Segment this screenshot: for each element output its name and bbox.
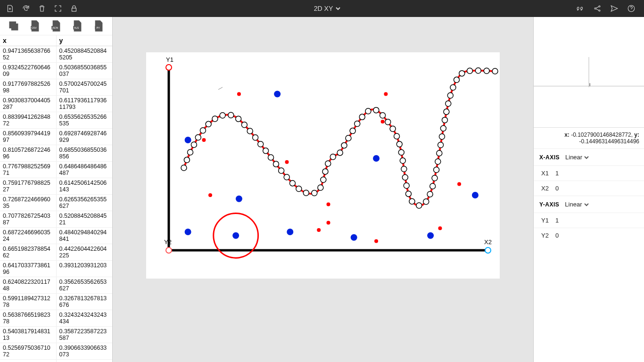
svg-point-2	[599, 6, 600, 7]
svg-point-66	[427, 191, 433, 197]
y2-handle[interactable]	[166, 247, 172, 253]
table-row[interactable]: 0.5638766519823780.3243243243243434	[0, 310, 112, 327]
svg-point-88	[208, 193, 212, 197]
x2-value: 0	[555, 185, 559, 192]
svg-point-21	[206, 121, 211, 127]
svg-point-106	[427, 232, 434, 239]
svg-point-40	[321, 177, 326, 182]
table-row[interactable]: 0.9177697882526980.5700245700245701	[0, 79, 112, 96]
header-x[interactable]: x	[0, 35, 56, 46]
table-row[interactable]: 0.90308370044052870.611793611793611793	[0, 96, 112, 112]
quote-icon[interactable]	[576, 4, 585, 13]
svg-point-23	[220, 113, 225, 118]
table-row[interactable]: 0.9471365638766520.45208845208845205	[0, 46, 112, 63]
coord-y-label: y:	[634, 132, 639, 138]
main-layout: CSV JSON XLS PY x y 0.9471365638766520.4…	[0, 17, 644, 362]
y1-handle[interactable]	[166, 65, 172, 70]
y1-row[interactable]: Y1 1	[534, 213, 644, 228]
export-py-icon[interactable]: PY	[92, 20, 105, 32]
table-row[interactable]: 0.7268722466960350.6265356265355627	[0, 195, 112, 211]
x1-row[interactable]: X1 1	[534, 165, 644, 181]
table-row[interactable]: 0.6417033773861960.3931203931203	[0, 261, 112, 277]
header-y[interactable]: y	[56, 35, 113, 46]
view-mode-label: 2D XY	[314, 5, 333, 12]
table-row[interactable]: 0.6240822320117480.3562653562653627	[0, 277, 112, 294]
svg-point-49	[359, 114, 365, 120]
svg-point-89	[285, 160, 289, 164]
delete-icon[interactable]	[38, 4, 46, 13]
x2-handle[interactable]	[485, 247, 491, 253]
svg-point-65	[423, 199, 429, 205]
fullscreen-icon[interactable]	[54, 4, 62, 13]
svg-point-85	[492, 68, 498, 74]
table-row[interactable]: 0.6651982378854620.4422604422604225	[0, 244, 112, 261]
table-row[interactable]: 0.5991189427312780.3267813267813676	[0, 294, 112, 310]
help-icon[interactable]	[627, 4, 636, 13]
refresh-icon[interactable]	[22, 4, 30, 13]
right-panel: x: -0.10279001468428772, y: -0.144963144…	[533, 17, 644, 362]
share-icon[interactable]	[593, 4, 602, 13]
svg-point-19	[195, 134, 201, 140]
svg-point-100	[274, 91, 281, 98]
y-axis-scale-select[interactable]: Linear	[565, 201, 588, 208]
svg-point-48	[355, 121, 360, 127]
plot-svg: Y1 Y2 X2	[146, 52, 500, 279]
svg-point-59	[401, 166, 407, 172]
table-row[interactable]: 0.8560939794419970.6928746928746929	[0, 129, 112, 145]
table-row[interactable]: 0.9324522760646090.5036855036855037	[0, 63, 112, 79]
svg-point-44	[337, 150, 343, 156]
svg-point-91	[384, 92, 388, 96]
curve-series	[181, 68, 498, 208]
x-axis-scale-value: Linear	[565, 154, 582, 161]
svg-text:JSON: JSON	[52, 27, 58, 29]
x-axis-scale-select[interactable]: Linear	[565, 154, 589, 161]
svg-point-78	[447, 92, 453, 98]
table-row[interactable]: 0.6872246696035240.4840294840294841	[0, 228, 112, 244]
svg-point-68	[432, 175, 438, 181]
svg-point-15	[181, 165, 187, 171]
svg-point-38	[312, 190, 317, 196]
copy-icon[interactable]	[8, 20, 20, 32]
table-row[interactable]: 0.503671071953010.4422604422604	[0, 360, 112, 362]
table-row[interactable]: 0.8839941262848720.6535626535266535	[0, 112, 112, 129]
x2-label: X2	[484, 239, 492, 246]
new-file-icon[interactable]	[6, 4, 14, 13]
y1-value: 1	[555, 217, 559, 224]
svg-point-57	[398, 149, 404, 155]
svg-point-77	[446, 101, 451, 107]
x2-row[interactable]: X2 0	[534, 181, 644, 196]
svg-point-103	[287, 229, 293, 235]
view-mode-selector[interactable]: 2D XY	[78, 5, 576, 12]
svg-point-20	[200, 128, 206, 133]
export-xls-icon[interactable]: XLS	[71, 20, 83, 32]
table-row[interactable]: 0.5256975036710720.3906633906633073	[0, 343, 112, 360]
canvas-area[interactable]: Y1 Y2 X2	[113, 17, 533, 362]
lock-icon[interactable]	[70, 4, 78, 13]
svg-point-92	[381, 120, 385, 123]
svg-point-71	[437, 150, 442, 156]
svg-point-98	[185, 137, 191, 143]
table-row[interactable]: 0.7591776798825270.6142506142506143	[0, 178, 112, 195]
svg-point-35	[289, 181, 295, 186]
send-icon[interactable]	[610, 4, 619, 13]
svg-point-32	[273, 161, 279, 167]
svg-point-29	[258, 141, 264, 147]
coord-y-value: -0.14496314496314496	[579, 138, 639, 145]
svg-point-43	[330, 154, 336, 160]
table-row[interactable]: 0.7767988252569710.6486486486486487	[0, 162, 112, 178]
svg-point-30	[263, 148, 269, 154]
export-csv-icon[interactable]: CSV	[29, 20, 41, 32]
svg-point-62	[405, 191, 411, 197]
table-row[interactable]: 0.7077826725403870.520884520884521	[0, 211, 112, 228]
y2-row[interactable]: Y2 0	[534, 228, 644, 243]
data-table-body[interactable]: 0.9471365638766520.452088452088452050.93…	[0, 46, 112, 362]
x-axis-section: X-AXIS Linear X1 1 X2 0	[534, 148, 644, 196]
export-json-icon[interactable]: JSON	[50, 20, 62, 32]
svg-point-83	[475, 68, 481, 74]
plot-card[interactable]: Y1 Y2 X2	[146, 52, 500, 279]
svg-point-99	[236, 196, 242, 202]
svg-point-80	[454, 77, 460, 82]
table-row[interactable]: 0.8105726872246960.6855036855036856	[0, 145, 112, 162]
table-row[interactable]: 0.5403817914831130.3587223587223587	[0, 327, 112, 343]
svg-point-101	[185, 229, 191, 235]
